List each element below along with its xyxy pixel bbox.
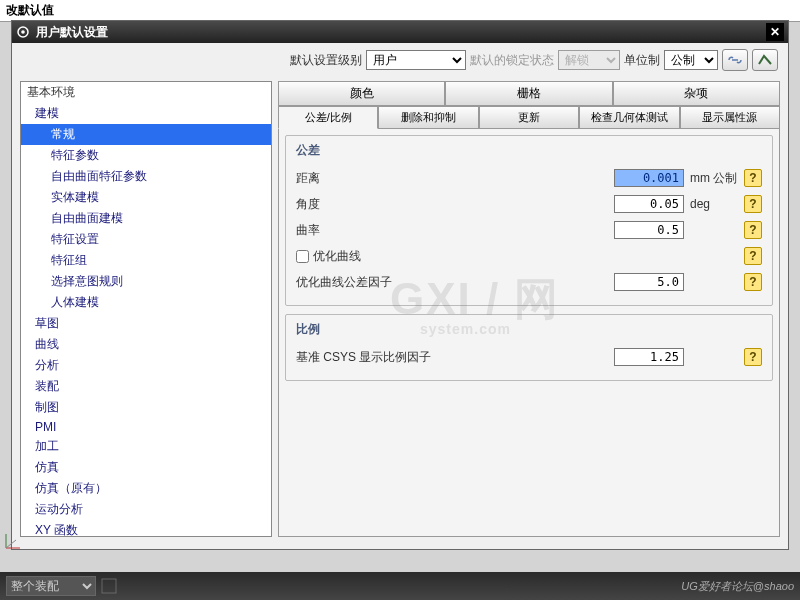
tab-row-primary: 颜色 栅格 杂项 xyxy=(278,81,780,106)
svg-line-4 xyxy=(6,540,16,548)
tree-item[interactable]: 装配 xyxy=(21,376,271,397)
csys-label: 基准 CSYS 显示比例因子 xyxy=(296,349,614,366)
distance-label: 距离 xyxy=(296,170,614,187)
tree-item[interactable]: 运动分析 xyxy=(21,499,271,520)
category-tree[interactable]: 基本环境 建模 常规 特征参数 自由曲面特征参数 实体建模 自由曲面建模 特征设… xyxy=(20,81,272,537)
window-title: 改默认值 xyxy=(0,0,800,22)
tab-delete[interactable]: 删除和抑制 xyxy=(378,106,478,129)
tab-attr[interactable]: 显示属性源 xyxy=(680,106,780,129)
settings-dialog: 用户默认设置 ✕ 默认设置级别 用户 默认的锁定状态 解锁 单位制 公制 基本环… xyxy=(11,20,789,550)
tree-item[interactable]: 特征参数 xyxy=(21,145,271,166)
main-area: 基本环境 建模 常规 特征参数 自由曲面特征参数 实体建模 自由曲面建模 特征设… xyxy=(12,77,788,545)
tree-item[interactable]: 特征设置 xyxy=(21,229,271,250)
assembly-combo[interactable]: 整个装配 xyxy=(6,576,96,596)
help-icon[interactable]: ? xyxy=(744,221,762,239)
tree-item[interactable]: 仿真（原有） xyxy=(21,478,271,499)
tree-item[interactable]: 实体建模 xyxy=(21,187,271,208)
tab-content: 公差 距离 mm 公制 ? 角度 deg ? 曲率 xyxy=(278,129,780,537)
tree-item[interactable]: 加工 xyxy=(21,436,271,457)
help-icon[interactable]: ? xyxy=(744,247,762,265)
svg-point-1 xyxy=(21,30,25,34)
tree-item[interactable]: 自由曲面建模 xyxy=(21,208,271,229)
tree-item[interactable]: 草图 xyxy=(21,313,271,334)
tab-misc[interactable]: 杂项 xyxy=(613,81,780,106)
credit-text: UG爱好者论坛@shaoo xyxy=(681,579,794,594)
curvature-input[interactable] xyxy=(614,221,684,239)
group-title: 比例 xyxy=(296,321,762,338)
tree-item[interactable]: 曲线 xyxy=(21,334,271,355)
tab-grid[interactable]: 栅格 xyxy=(445,81,612,106)
tab-color[interactable]: 颜色 xyxy=(278,81,445,106)
level-combo[interactable]: 用户 xyxy=(366,50,466,70)
scale-group: 比例 基准 CSYS 显示比例因子 ? xyxy=(285,314,773,381)
optimize-label: 优化曲线 xyxy=(313,248,361,265)
gear-icon xyxy=(16,25,30,39)
tree-item[interactable]: 仿真 xyxy=(21,457,271,478)
curvature-label: 曲率 xyxy=(296,222,614,239)
dialog-header: 用户默认设置 ✕ xyxy=(12,21,788,43)
svg-rect-5 xyxy=(102,579,116,593)
tab-check[interactable]: 检查几何体测试 xyxy=(579,106,679,129)
distance-input[interactable] xyxy=(614,169,684,187)
close-button[interactable]: ✕ xyxy=(766,23,784,41)
tree-item[interactable]: 选择意图规则 xyxy=(21,271,271,292)
unit-combo[interactable]: 公制 xyxy=(664,50,718,70)
unit-label: 单位制 xyxy=(624,52,660,69)
angle-label: 角度 xyxy=(296,196,614,213)
top-controls: 默认设置级别 用户 默认的锁定状态 解锁 单位制 公制 xyxy=(12,43,788,77)
angle-input[interactable] xyxy=(614,195,684,213)
tree-item[interactable]: PMI xyxy=(21,418,271,436)
tolerance-group: 公差 距离 mm 公制 ? 角度 deg ? 曲率 xyxy=(285,135,773,306)
tree-item-general[interactable]: 常规 xyxy=(21,124,271,145)
lock-label: 默认的锁定状态 xyxy=(470,52,554,69)
help-icon[interactable]: ? xyxy=(744,273,762,291)
lock-combo: 解锁 xyxy=(558,50,620,70)
factor-label: 优化曲线公差因子 xyxy=(296,274,614,291)
tab-row-secondary: 公差/比例 删除和抑制 更新 检查几何体测试 显示属性源 xyxy=(278,106,780,129)
apply-icon-button[interactable] xyxy=(752,49,778,71)
tree-item[interactable]: 自由曲面特征参数 xyxy=(21,166,271,187)
axis-icon xyxy=(2,532,22,552)
tree-item[interactable]: 人体建模 xyxy=(21,292,271,313)
angle-unit: deg xyxy=(684,197,740,211)
optimize-checkbox[interactable] xyxy=(296,250,309,263)
tree-item[interactable]: 特征组 xyxy=(21,250,271,271)
link-icon-button[interactable] xyxy=(722,49,748,71)
factor-input[interactable] xyxy=(614,273,684,291)
help-icon[interactable]: ? xyxy=(744,169,762,187)
tree-modeling[interactable]: 建模 xyxy=(21,103,271,124)
help-icon[interactable]: ? xyxy=(744,195,762,213)
optimize-checkbox-wrap: 优化曲线 xyxy=(296,248,614,265)
tree-item[interactable]: 制图 xyxy=(21,397,271,418)
help-icon[interactable]: ? xyxy=(744,348,762,366)
level-label: 默认设置级别 xyxy=(290,52,362,69)
tree-item[interactable]: 分析 xyxy=(21,355,271,376)
group-title: 公差 xyxy=(296,142,762,159)
tree-root[interactable]: 基本环境 xyxy=(21,82,271,103)
right-panel: 颜色 栅格 杂项 公差/比例 删除和抑制 更新 检查几何体测试 显示属性源 公差… xyxy=(278,81,780,537)
csys-input[interactable] xyxy=(614,348,684,366)
tree-item[interactable]: XY 函数 xyxy=(21,520,271,537)
dialog-title: 用户默认设置 xyxy=(36,24,766,41)
toolbar-icon[interactable] xyxy=(100,577,118,595)
tab-tolerance[interactable]: 公差/比例 xyxy=(278,106,378,129)
status-bar: 整个装配 UG爱好者论坛@shaoo xyxy=(0,572,800,600)
tab-update[interactable]: 更新 xyxy=(479,106,579,129)
distance-unit: mm 公制 xyxy=(684,170,740,187)
